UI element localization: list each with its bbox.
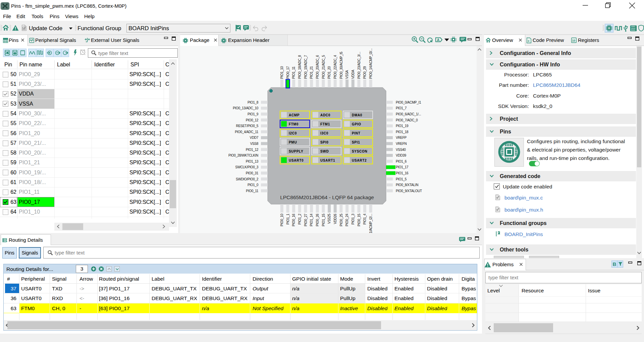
svg-text:PIO1_7: PIO1_7 xyxy=(396,106,407,110)
svg-text:PIO0_14/ACMP_I3/...: PIO0_14/ACMP_I3/... xyxy=(369,49,373,79)
svg-text:PIO1_8: PIO1_8 xyxy=(248,101,259,104)
svg-text:PIO0_10: PIO0_10 xyxy=(280,214,284,226)
svg-text:PIO0_29: PIO0_29 xyxy=(363,66,367,79)
svg-text:SPI0: SPI0 xyxy=(320,140,328,144)
svg-text:PIO0_15: PIO0_15 xyxy=(357,214,361,226)
svg-text:PIO1_10: PIO1_10 xyxy=(280,66,284,79)
svg-text:PIO1_9: PIO1_9 xyxy=(248,112,259,116)
svg-text:VSSA: VSSA xyxy=(345,70,349,79)
svg-text:PIO0_18/ADC_8: PIO0_18/ADC_8 xyxy=(298,55,302,79)
svg-text:PIO1_11: PIO1_11 xyxy=(292,66,296,79)
svg-text:PIO1_18: PIO1_18 xyxy=(396,130,409,134)
svg-text:VDD26: VDD26 xyxy=(333,214,337,224)
svg-text:PIO0_28/WKTCLKIN: PIO0_28/WKTCLKIN xyxy=(228,154,258,157)
svg-text:VDD7: VDD7 xyxy=(250,136,259,139)
svg-text:PIO0_0/ACMP_I1: PIO0_0/ACMP_I1 xyxy=(396,101,421,104)
svg-text:PIO0_31: PIO0_31 xyxy=(246,171,259,175)
svg-text:1/ACMP_I2/...: 1/ACMP_I2/... xyxy=(369,214,373,233)
svg-text:PIO0_8/XTALIN: PIO0_8/XTALIN xyxy=(396,183,418,187)
svg-text:PIO0_6/ADC_1/...: PIO0_6/ADC_1/... xyxy=(396,112,421,116)
svg-text:I2C0: I2C0 xyxy=(289,131,297,135)
svg-text:PIO1_17: PIO1_17 xyxy=(396,165,409,169)
svg-text:PINT: PINT xyxy=(352,131,361,135)
svg-text:VDD39: VDD39 xyxy=(396,154,406,157)
svg-text:10: 10 xyxy=(572,39,576,42)
svg-text:PIO0_19/ADC_7: PIO0_19/ADC_7 xyxy=(304,55,308,79)
svg-text:SPI1: SPI1 xyxy=(352,140,360,144)
svg-text:PIO0_26: PIO0_26 xyxy=(316,214,319,226)
svg-text:PIO0_11: PIO0_11 xyxy=(246,189,258,193)
svg-text:PIO1_15: PIO1_15 xyxy=(322,214,325,226)
svg-text:PMU: PMU xyxy=(289,140,297,144)
svg-text:USART0: USART0 xyxy=(289,159,304,162)
svg-text:PIO0_30/ACMP_I5: PIO0_30/ACMP_I5 xyxy=(339,52,343,79)
svg-text:I3C0: I3C0 xyxy=(320,131,328,135)
svg-text:SWDIO/PIO0_2: SWDIO/PIO0_2 xyxy=(236,177,259,181)
svg-text:PIO0_25: PIO0_25 xyxy=(339,214,343,226)
svg-text:PIO1_0: PIO1_0 xyxy=(248,183,259,187)
svg-text:PIO0_13/ADC_10: PIO0_13/ADC_10 xyxy=(233,106,259,110)
svg-text:GPIO: GPIO xyxy=(352,122,361,126)
svg-text:0101: 0101 xyxy=(631,30,635,32)
svg-text:PIO1_1: PIO1_1 xyxy=(286,214,290,225)
svg-text:PIO0_21/ADC_5: PIO0_21/ADC_5 xyxy=(322,55,325,79)
svg-text:SWCLK/PIO0_3: SWCLK/PIO0_3 xyxy=(235,165,258,169)
svg-text:ACMP: ACMP xyxy=(289,113,300,117)
svg-text:USART2: USART2 xyxy=(352,159,367,162)
svg-text:PIO0_16: PIO0_16 xyxy=(292,214,296,226)
svg-text:LPC865M201JBD64 - LQFP 64 pack: LPC865M201JBD64 - LQFP 64 package xyxy=(280,194,374,200)
svg-text:PIO1_13: PIO1_13 xyxy=(246,160,259,163)
svg-text:SUPPLY: SUPPLY xyxy=(289,150,303,153)
svg-text:SYSCON: SYSCON xyxy=(352,150,367,153)
svg-text:VDDA: VDDA xyxy=(351,70,355,79)
svg-text:FTM1: FTM1 xyxy=(320,122,330,126)
svg-text:DMA0: DMA0 xyxy=(352,113,362,117)
svg-text:FTM0: FTM0 xyxy=(289,122,299,126)
svg-text:VSS8: VSS8 xyxy=(250,142,259,146)
svg-text:PIO1_4: PIO1_4 xyxy=(363,214,367,225)
svg-text:VSS25: VSS25 xyxy=(327,214,331,224)
svg-text:A: A xyxy=(437,38,440,42)
svg-text:PIO0_27: PIO0_27 xyxy=(304,214,308,226)
svg-text:PIO0_20/ADC_6: PIO0_20/ADC_6 xyxy=(316,55,319,79)
svg-text:PIO1_20: PIO1_20 xyxy=(327,66,331,79)
svg-text:PIO1_2: PIO1_2 xyxy=(298,214,302,225)
svg-text:⇥: ⇥ xyxy=(86,41,88,43)
svg-text:VSS40: VSS40 xyxy=(396,148,406,152)
svg-text:PIO0_17: PIO0_17 xyxy=(286,66,290,79)
svg-text:PIO1_5: PIO1_5 xyxy=(396,177,407,181)
svg-text:PIO1_12: PIO1_12 xyxy=(246,148,259,152)
svg-text:PIO0_12: PIO0_12 xyxy=(246,118,259,122)
svg-text:PIO1_3: PIO1_3 xyxy=(351,214,355,225)
svg-text:PIO0_24: PIO0_24 xyxy=(345,214,349,226)
svg-text:PIO0_7/ADC_0: PIO0_7/ADC_0 xyxy=(396,118,418,122)
svg-text:SWD: SWD xyxy=(320,150,329,153)
svg-text:PIO1_19: PIO1_19 xyxy=(396,124,409,128)
svg-text:PIO1_14: PIO1_14 xyxy=(310,214,313,226)
svg-text:PIO1_21: PIO1_21 xyxy=(310,66,313,79)
svg-text:PIO0_4/ADC_11: PIO0_4/ADC_11 xyxy=(235,130,259,134)
svg-text:PIO1_16: PIO1_16 xyxy=(396,171,409,175)
svg-text:PIO0_22/ADC_4: PIO0_22/ADC_4 xyxy=(333,55,337,79)
svg-text:RESET/PIO0_5: RESET/PIO0_5 xyxy=(236,124,259,128)
svg-text:c: c xyxy=(528,39,529,43)
svg-text:PIO1_6: PIO1_6 xyxy=(396,160,407,163)
svg-text:VREFN: VREFN xyxy=(396,142,407,146)
svg-text:USART1: USART1 xyxy=(320,159,335,162)
svg-text:PIO0_23/ADC_3/...: PIO0_23/ADC_3/... xyxy=(357,52,361,79)
svg-text:PIO0_9/XTALOUT: PIO0_9/XTALOUT xyxy=(396,189,422,193)
svg-text:ADC0: ADC0 xyxy=(320,113,330,117)
svg-text:VREFP: VREFP xyxy=(396,136,407,139)
